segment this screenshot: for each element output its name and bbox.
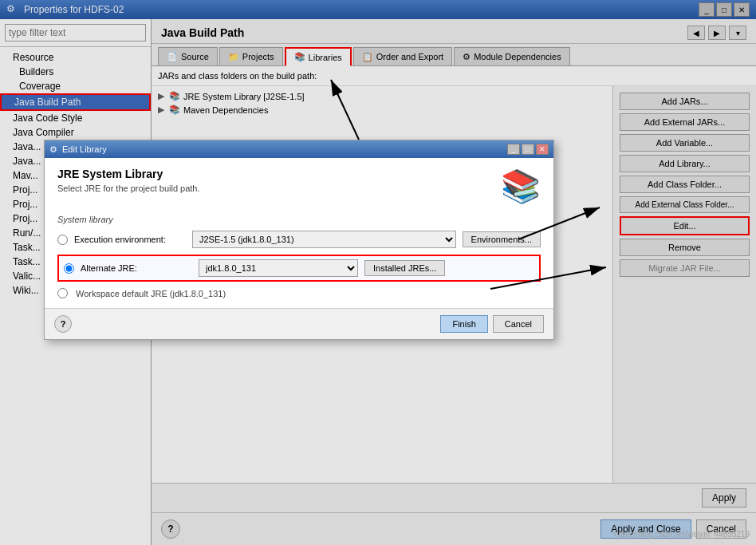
edit-library-dialog: ⚙ Edit Library _ □ ✕ JRE System Library … bbox=[44, 140, 554, 340]
installed-jres-button[interactable]: Installed JREs... bbox=[364, 260, 445, 276]
workspace-radio[interactable] bbox=[57, 288, 68, 298]
dialog-title-bar: ⚙ Edit Library _ □ ✕ bbox=[45, 140, 553, 158]
alt-jre-row: Alternate JRE: jdk1.8.0_131 Installed JR… bbox=[57, 255, 541, 282]
exec-env-select[interactable]: J2SE-1.5 (jdk1.8.0_131) bbox=[192, 231, 456, 248]
dialog-subtitle: Select JRE for the project build path. bbox=[57, 184, 491, 193]
workspace-label: Workspace default JRE (jdk1.8.0_131) bbox=[76, 289, 226, 298]
dialog-cancel-button[interactable]: Cancel bbox=[493, 315, 544, 333]
section-label: System library bbox=[57, 215, 541, 224]
dialog-close[interactable]: ✕ bbox=[536, 144, 549, 155]
alt-jre-select[interactable]: jdk1.8.0_131 bbox=[199, 259, 358, 277]
environments-button[interactable]: Environments... bbox=[463, 231, 541, 247]
workspace-default-row: Workspace default JRE (jdk1.8.0_131) bbox=[57, 288, 541, 298]
dialog-icon: ⚙ bbox=[49, 144, 57, 155]
library-books-icon: 📚 bbox=[501, 168, 541, 205]
finish-button[interactable]: Finish bbox=[440, 315, 487, 333]
dialog-minimize[interactable]: _ bbox=[507, 144, 520, 155]
dialog-overlay: ⚙ Edit Library _ □ ✕ JRE System Library … bbox=[0, 0, 756, 545]
execution-env-row: Execution environment: J2SE-1.5 (jdk1.8.… bbox=[57, 231, 541, 248]
dialog-title: Edit Library bbox=[62, 144, 507, 154]
dialog-header: JRE System Library Select JRE for the pr… bbox=[57, 168, 541, 205]
exec-env-radio[interactable] bbox=[57, 235, 68, 245]
exec-env-label: Execution environment: bbox=[74, 235, 186, 244]
dialog-footer: ? Finish Cancel bbox=[45, 308, 553, 339]
jre-options-group: Execution environment: J2SE-1.5 (jdk1.8.… bbox=[57, 231, 541, 298]
dialog-main-title: JRE System Library bbox=[57, 168, 491, 180]
dialog-help-button[interactable]: ? bbox=[54, 315, 72, 333]
dialog-title-section: JRE System Library Select JRE for the pr… bbox=[57, 168, 491, 193]
dialog-controls: _ □ ✕ bbox=[507, 144, 549, 155]
dialog-maximize[interactable]: □ bbox=[522, 144, 534, 155]
alt-jre-radio[interactable] bbox=[64, 263, 74, 274]
alt-jre-label: Alternate JRE: bbox=[81, 263, 192, 273]
watermark: https://blog.csdn.net/weixin_44855219 bbox=[614, 530, 750, 539]
dialog-body: JRE System Library Select JRE for the pr… bbox=[45, 158, 553, 308]
